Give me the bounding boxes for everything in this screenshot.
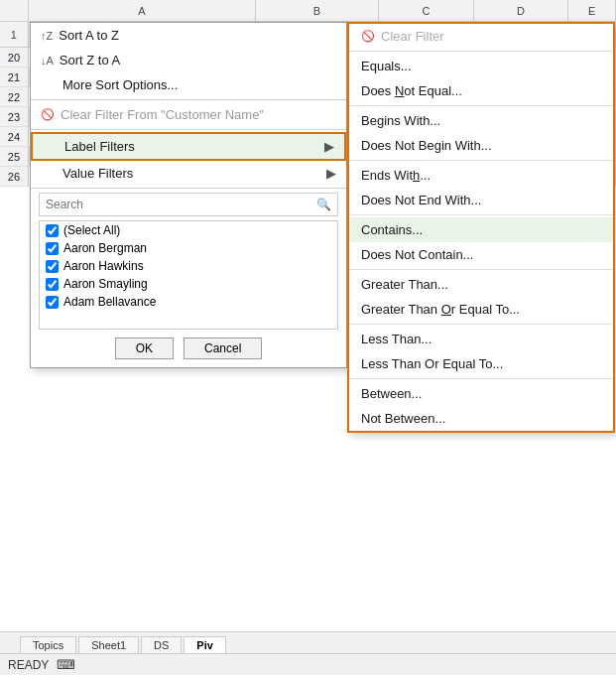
divider-1 bbox=[31, 99, 346, 100]
sub-does-not-end-with[interactable]: Does Not End With... bbox=[349, 188, 613, 212]
sub-does-not-contain-label: Does Not Contain... bbox=[361, 247, 473, 262]
checkbox-select-all-label: (Select All) bbox=[63, 223, 120, 237]
row-num-header-spacer bbox=[0, 0, 29, 21]
sub-ends-with-label: Ends With... bbox=[361, 168, 431, 183]
checkbox-aaron-smayling[interactable]: Aaron Smayling bbox=[40, 275, 337, 293]
sub-divider-1 bbox=[349, 105, 613, 106]
sub-between-label: Between... bbox=[361, 386, 422, 401]
keyboard-icon: ⌨ bbox=[57, 657, 75, 672]
more-sort-label: More Sort Options... bbox=[62, 77, 178, 92]
checkbox-select-all-input[interactable] bbox=[46, 224, 59, 237]
sub-equals[interactable]: Equals... bbox=[349, 54, 613, 78]
sort-az-label: Sort A to Z bbox=[59, 28, 119, 43]
label-filters-arrow: ▶ bbox=[324, 139, 334, 154]
sub-between[interactable]: Between... bbox=[349, 381, 613, 406]
value-filters-arrow: ▶ bbox=[326, 166, 336, 181]
row-num-22: 22 bbox=[0, 87, 29, 106]
sub-clear-filter[interactable]: 🚫 Clear Filter bbox=[349, 24, 613, 49]
more-sort-item[interactable]: More Sort Options... bbox=[31, 72, 346, 97]
sub-contains[interactable]: Contains... bbox=[349, 217, 613, 242]
sheet-tab-ds[interactable]: DS bbox=[141, 636, 182, 653]
sort-za-item[interactable]: ↓A Sort Z to A bbox=[31, 48, 346, 72]
sub-ends-with[interactable]: Ends With... bbox=[349, 163, 613, 188]
row-num-21: 21 bbox=[0, 68, 29, 86]
row-num-23: 23 bbox=[0, 107, 29, 126]
sub-not-between-label: Not Between... bbox=[361, 411, 445, 426]
checkbox-aaron-bergman-input[interactable] bbox=[46, 242, 59, 255]
sort-az-item[interactable]: ↑Z Sort A to Z bbox=[31, 23, 346, 48]
col-header-b: B bbox=[256, 0, 379, 21]
value-filters-item[interactable]: Value Filters ▶ bbox=[31, 161, 346, 186]
sub-does-not-contain[interactable]: Does Not Contain... bbox=[349, 242, 613, 267]
sort-az-icon: ↑Z bbox=[41, 30, 53, 42]
sub-less-than-or-equal-label: Less Than Or Equal To... bbox=[361, 356, 503, 371]
sub-does-not-equal[interactable]: Does Not Equal... bbox=[349, 78, 613, 103]
clear-filter-item[interactable]: 🚫 Clear Filter From "Customer Name" bbox=[31, 102, 346, 127]
sub-equals-label: Equals... bbox=[361, 59, 412, 73]
row-num-24: 24 bbox=[0, 127, 29, 146]
search-input[interactable] bbox=[46, 198, 316, 211]
ok-button[interactable]: OK bbox=[115, 338, 174, 359]
checkbox-aaron-hawkins[interactable]: Aaron Hawkins bbox=[40, 257, 337, 275]
sub-does-not-begin-with[interactable]: Does Not Begin With... bbox=[349, 133, 613, 158]
sub-less-than-or-equal[interactable]: Less Than Or Equal To... bbox=[349, 351, 613, 376]
status-ready: READY bbox=[8, 658, 49, 672]
label-filters-item[interactable]: Label Filters ▶ bbox=[31, 132, 346, 161]
checkbox-aaron-bergman-label: Aaron Bergman bbox=[63, 241, 147, 255]
row-num-1: 1 bbox=[0, 22, 29, 47]
sub-not-between[interactable]: Not Between... bbox=[349, 406, 613, 431]
sub-does-not-equal-label: Does Not Equal... bbox=[361, 83, 462, 98]
clear-filter-label: Clear Filter From "Customer Name" bbox=[61, 107, 264, 122]
sub-does-not-begin-with-label: Does Not Begin With... bbox=[361, 138, 492, 153]
search-icon: 🔍 bbox=[316, 198, 331, 211]
checkbox-adam-bellavance-input[interactable] bbox=[46, 296, 59, 309]
sub-greater-than-or-equal-label: Greater Than Or Equal To... bbox=[361, 302, 520, 317]
col-header-d: D bbox=[474, 0, 569, 21]
filter-buttons: OK Cancel bbox=[31, 330, 346, 367]
divider-3 bbox=[31, 188, 346, 189]
sub-begins-with[interactable]: Begins With... bbox=[349, 108, 613, 133]
checkbox-select-all[interactable]: (Select All) bbox=[40, 221, 337, 239]
sheet-tabs: Topics Sheet1 DS Piv bbox=[0, 631, 616, 653]
row-num-20: 20 bbox=[0, 48, 29, 67]
checkbox-adam-bellavance[interactable]: Adam Bellavance bbox=[40, 293, 337, 311]
col-header-e: E bbox=[568, 0, 616, 21]
search-area: 🔍 bbox=[39, 193, 338, 216]
sort-za-label: Sort Z to A bbox=[60, 53, 120, 68]
label-filters-label: Label Filters bbox=[64, 139, 135, 154]
sub-divider-4 bbox=[349, 269, 613, 270]
sheet-tab-topics[interactable]: Topics bbox=[20, 636, 76, 653]
cancel-button[interactable]: Cancel bbox=[184, 338, 262, 359]
sub-less-than[interactable]: Less Than... bbox=[349, 327, 613, 351]
sub-clear-filter-label: Clear Filter bbox=[381, 29, 444, 44]
sub-divider-5 bbox=[349, 324, 613, 325]
col-header-a: A bbox=[29, 0, 256, 21]
checkbox-aaron-bergman[interactable]: Aaron Bergman bbox=[40, 239, 337, 257]
value-filters-label: Value Filters bbox=[62, 166, 133, 181]
status-bar: READY ⌨ bbox=[0, 653, 616, 675]
filter-dropdown-menu: ↑Z Sort A to Z ↓A Sort Z to A More Sort … bbox=[30, 22, 347, 368]
sub-contains-label: Contains... bbox=[361, 222, 423, 237]
checkbox-aaron-smayling-input[interactable] bbox=[46, 278, 59, 291]
sub-divider-6 bbox=[349, 378, 613, 379]
sub-greater-than-label: Greater Than... bbox=[361, 277, 448, 292]
sub-greater-than-or-equal[interactable]: Greater Than Or Equal To... bbox=[349, 297, 613, 322]
clear-filter-icon: 🚫 bbox=[41, 108, 55, 121]
sort-za-icon: ↓A bbox=[41, 55, 54, 67]
checkbox-aaron-hawkins-input[interactable] bbox=[46, 260, 59, 273]
checkbox-aaron-hawkins-label: Aaron Hawkins bbox=[63, 259, 144, 273]
sub-does-not-end-with-label: Does Not End With... bbox=[361, 193, 481, 207]
sheet-tab-piv[interactable]: Piv bbox=[184, 636, 226, 653]
divider-2 bbox=[31, 129, 346, 130]
sub-divider-0 bbox=[349, 51, 613, 52]
checkbox-list: (Select All) Aaron Bergman Aaron Hawkins… bbox=[39, 220, 338, 330]
sub-divider-3 bbox=[349, 214, 613, 215]
sub-greater-than[interactable]: Greater Than... bbox=[349, 272, 613, 297]
sub-less-than-label: Less Than... bbox=[361, 332, 431, 346]
col-headers-row: A B C D E bbox=[0, 0, 616, 22]
sheet-tab-sheet1[interactable]: Sheet1 bbox=[78, 636, 139, 653]
sub-clear-filter-icon: 🚫 bbox=[361, 30, 375, 43]
col-header-c: C bbox=[379, 0, 474, 21]
checkbox-adam-bellavance-label: Adam Bellavance bbox=[63, 295, 156, 309]
row-num-26: 26 bbox=[0, 167, 29, 186]
